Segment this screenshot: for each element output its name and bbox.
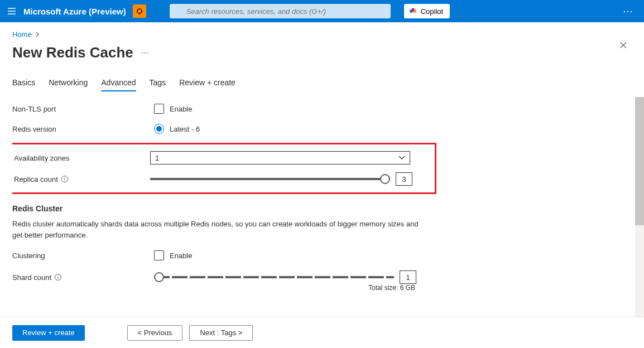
tabs: Basics Networking Advanced Tags Review +… [12, 78, 632, 91]
highlight-box: Availability zones 1 Replica count i [12, 143, 436, 194]
tab-advanced[interactable]: Advanced [101, 78, 136, 91]
next-button[interactable]: Next : Tags > [189, 325, 253, 341]
slider-thumb-shard[interactable] [154, 272, 164, 282]
heading-redis-cluster: Redis Cluster [12, 204, 632, 213]
label-enable-non-tls: Enable [170, 105, 192, 113]
brand-label[interactable]: Microsoft Azure (Preview) [23, 7, 126, 16]
top-bar: Microsoft Azure (Preview) Copilot ⋯ [0, 0, 644, 22]
label-redis-version-value: Latest - 6 [170, 125, 200, 133]
row-availability-zones: Availability zones 1 [14, 151, 429, 165]
svg-point-4 [411, 8, 414, 11]
tab-networking[interactable]: Networking [49, 78, 88, 91]
label-clustering: Clustering [12, 252, 154, 260]
tab-review-create[interactable]: Review + create [179, 78, 236, 91]
label-enable-clustering: Enable [170, 252, 192, 260]
replica-count-value[interactable]: 3 [396, 172, 412, 186]
select-availability-zones[interactable]: 1 [150, 151, 410, 165]
search-container [170, 4, 391, 18]
label-availability-zones: Availability zones [14, 154, 150, 162]
total-size-label: Total size: 6 GB [154, 284, 415, 292]
row-redis-version: Redis version Latest - 6 [12, 124, 632, 134]
label-redis-version: Redis version [12, 125, 154, 133]
radio-redis-version[interactable] [154, 124, 164, 134]
copilot-icon [408, 7, 417, 16]
label-shard-count: Shard count i [12, 273, 154, 282]
info-icon[interactable]: i [61, 176, 68, 182]
checkbox-clustering[interactable] [154, 250, 164, 260]
tab-tags[interactable]: Tags [150, 78, 166, 91]
checkbox-non-tls[interactable] [154, 104, 164, 114]
close-icon[interactable] [619, 41, 627, 49]
review-create-button[interactable]: Review + create [12, 325, 85, 341]
scrollbar[interactable] [635, 97, 644, 317]
scroll-area: Basics Networking Advanced Tags Review +… [12, 78, 632, 296]
chevron-down-icon [398, 156, 405, 160]
row-clustering: Clustering Enable [12, 250, 632, 260]
shard-count-value[interactable]: 1 [400, 270, 416, 284]
copilot-label: Copilot [421, 7, 443, 16]
page-title: New Redis Cache [12, 44, 133, 61]
preview-bug-icon[interactable] [133, 4, 146, 18]
previous-button[interactable]: < Previous [127, 325, 183, 341]
copilot-button[interactable]: Copilot [404, 4, 450, 18]
info-icon[interactable]: i [55, 274, 61, 281]
row-shard-count: Shard count i 1 [12, 270, 632, 284]
select-availability-zones-value: 1 [155, 154, 159, 162]
label-replica-count: Replica count i [14, 175, 150, 183]
slider-replica-count[interactable] [150, 178, 390, 180]
slider-thumb-replica[interactable] [380, 174, 390, 184]
chevron-right-icon [35, 32, 40, 37]
tab-basics[interactable]: Basics [12, 78, 35, 91]
scrollbar-thumb[interactable] [635, 97, 644, 225]
topbar-more-icon[interactable]: ⋯ [618, 5, 637, 17]
breadcrumb: Home [12, 30, 632, 38]
breadcrumb-home[interactable]: Home [12, 30, 32, 38]
svg-point-0 [137, 9, 142, 13]
slider-shard-count[interactable] [154, 276, 394, 278]
hamburger-menu-icon[interactable] [7, 6, 17, 16]
content-area: Home New Redis Cache ⋯ Basics Networking… [0, 22, 644, 317]
label-non-tls: Non-TLS port [12, 105, 154, 113]
row-non-tls: Non-TLS port Enable [12, 104, 632, 114]
row-replica-count: Replica count i 3 [14, 172, 429, 186]
title-row: New Redis Cache ⋯ [12, 44, 632, 61]
search-input[interactable] [170, 4, 391, 18]
desc-redis-cluster: Redis cluster automatically shards data … [12, 219, 425, 240]
title-more-icon[interactable]: ⋯ [141, 49, 148, 57]
footer: Review + create < Previous Next : Tags > [0, 317, 644, 348]
